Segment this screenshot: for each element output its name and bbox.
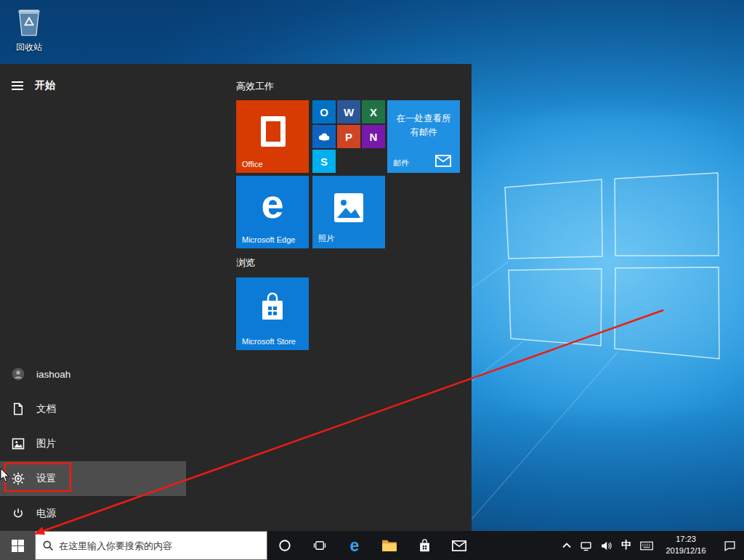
photos-icon xyxy=(334,193,363,222)
task-view-icon xyxy=(313,539,326,552)
user-name: iashoah xyxy=(36,369,70,380)
envelope-icon xyxy=(452,540,466,551)
mail-taskbar-button[interactable] xyxy=(442,531,477,560)
taskbar-search[interactable] xyxy=(35,531,267,560)
folder-icon xyxy=(381,539,397,552)
sidebar-item-documents[interactable]: 文档 xyxy=(0,391,186,426)
store-bag-icon xyxy=(259,292,286,322)
recycle-bin-icon xyxy=(15,6,44,38)
tile-photos[interactable]: 照片 xyxy=(312,176,385,248)
system-tray: 中 17:23 2019/12/16 xyxy=(558,531,744,560)
start-menu-header: 开始 xyxy=(0,77,55,94)
volume-button[interactable] xyxy=(596,531,616,560)
sidebar-item-settings[interactable]: 设置 xyxy=(0,461,186,496)
tile-mail[interactable]: 在一处查看所有邮件 邮件 xyxy=(387,100,460,173)
section-explore-label: 浏览 xyxy=(236,256,255,269)
edge-icon: e xyxy=(350,537,360,554)
network-button[interactable] xyxy=(575,531,596,560)
start-button[interactable] xyxy=(0,531,35,560)
touch-keyboard-button[interactable] xyxy=(636,531,657,560)
picture-icon xyxy=(11,437,25,451)
gear-icon xyxy=(11,471,25,486)
sidebar-item-user[interactable]: iashoah xyxy=(0,357,186,391)
start-menu: 开始 iashoah 文档 图片 xyxy=(0,64,472,531)
tile-microsoft-edge[interactable]: e Microsoft Edge xyxy=(236,176,309,248)
cortana-button[interactable] xyxy=(267,531,302,560)
action-center-button[interactable] xyxy=(715,531,744,560)
tile-small-onedrive[interactable] xyxy=(312,125,336,148)
user-avatar-icon xyxy=(11,367,25,381)
tray-overflow-button[interactable] xyxy=(558,531,575,560)
clock[interactable]: 17:23 2019/12/16 xyxy=(657,531,715,560)
sidebar-item-pictures[interactable]: 图片 xyxy=(0,426,186,461)
time-text: 17:23 xyxy=(666,534,705,545)
action-center-icon xyxy=(724,540,736,552)
recycle-bin-label: 回收站 xyxy=(7,41,51,54)
tile-small-outlook[interactable]: O xyxy=(312,100,336,123)
speaker-icon xyxy=(600,540,612,551)
power-icon xyxy=(11,506,25,521)
file-explorer-button[interactable] xyxy=(372,531,407,560)
search-icon xyxy=(42,540,54,551)
start-menu-nav: iashoah 文档 图片 设置 xyxy=(0,357,186,531)
desktop: 回收站 开始 iashoah 文档 xyxy=(0,0,744,560)
recycle-bin[interactable]: 回收站 xyxy=(7,6,51,54)
windows-logo-icon xyxy=(12,540,24,552)
tile-office[interactable]: Office xyxy=(236,100,309,173)
taskbar: e 中 xyxy=(0,531,744,560)
document-icon xyxy=(11,402,25,416)
hamburger-menu-icon[interactable] xyxy=(0,77,35,94)
tile-small-word[interactable]: W xyxy=(337,100,360,123)
envelope-icon xyxy=(435,155,451,167)
task-view-button[interactable] xyxy=(302,531,337,560)
network-icon xyxy=(580,540,592,551)
store-bag-icon xyxy=(418,539,431,553)
chevron-up-icon xyxy=(562,543,571,548)
store-taskbar-button[interactable] xyxy=(407,531,442,560)
touch-keyboard-icon xyxy=(640,541,653,551)
ime-indicator[interactable]: 中 xyxy=(616,531,636,560)
edge-taskbar-button[interactable]: e xyxy=(337,531,372,560)
settings-label: 设置 xyxy=(36,472,56,485)
office-logo-icon xyxy=(261,116,286,147)
cortana-icon xyxy=(278,539,291,552)
edge-logo-icon: e xyxy=(236,180,309,227)
tile-microsoft-store[interactable]: Microsoft Store xyxy=(236,277,309,350)
section-productivity-label: 高效工作 xyxy=(236,80,274,93)
mail-tile-title: 在一处查看所有邮件 xyxy=(393,112,454,140)
tile-small-skype[interactable]: S xyxy=(312,150,336,173)
search-input[interactable] xyxy=(59,540,260,551)
tile-small-excel[interactable]: X xyxy=(362,100,385,123)
cloud-icon xyxy=(317,131,331,142)
tile-small-powerpoint[interactable]: P xyxy=(337,125,360,148)
tile-group-office-apps: O W X P N S xyxy=(312,100,385,173)
start-menu-title: 开始 xyxy=(35,79,55,92)
sidebar-item-power[interactable]: 电源 xyxy=(0,496,186,531)
tile-small-onenote[interactable]: N xyxy=(362,125,385,148)
date-text: 2019/12/16 xyxy=(666,545,705,557)
